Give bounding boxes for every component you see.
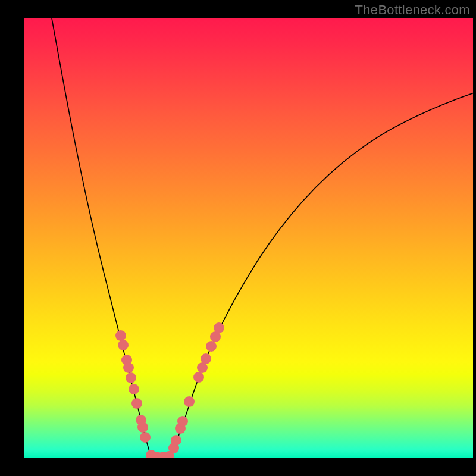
chart-container: TheBottleneck.com	[0, 0, 476, 476]
watermark-text: TheBottleneck.com	[355, 2, 470, 18]
data-dot	[171, 435, 181, 446]
bottleneck-curve	[24, 18, 473, 458]
data-dot	[129, 384, 139, 394]
data-dot	[193, 372, 204, 383]
data-dot	[201, 353, 211, 364]
data-dot	[177, 416, 188, 427]
data-dot	[115, 330, 126, 341]
data-dot	[140, 432, 151, 443]
data-dot	[137, 422, 148, 433]
data-dot	[123, 362, 134, 373]
data-dot	[214, 322, 224, 333]
curve-right-branch	[170, 92, 473, 457]
data-dot	[118, 340, 129, 350]
data-dot	[131, 398, 142, 409]
plot-area	[24, 18, 473, 458]
data-dot	[184, 396, 195, 407]
data-dot	[206, 341, 217, 352]
data-dot	[126, 372, 136, 383]
